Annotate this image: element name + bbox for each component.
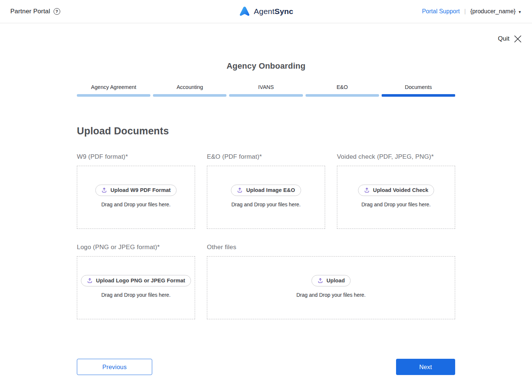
help-icon[interactable]: ? — [54, 8, 60, 15]
close-icon[interactable] — [514, 35, 522, 43]
header-divider: | — [464, 8, 466, 15]
chevron-down-icon: ▼ — [518, 10, 522, 14]
upload-field-logo: Logo (PNG or JPEG format)* Upload Logo P… — [77, 244, 195, 319]
upload-logo-button[interactable]: Upload Logo PNG or JPEG Format — [81, 275, 191, 286]
agentsync-logo: AgentSync — [239, 6, 293, 17]
top-bar: Partner Portal ? AgentSync Portal Suppor… — [0, 0, 532, 23]
upload-other-files-button[interactable]: Upload — [311, 275, 351, 286]
upload-field-w9: W9 (PDF format)* Upload W9 PDF Format Dr… — [77, 153, 195, 229]
drop-hint: Drag and Drop your files here. — [231, 202, 301, 207]
previous-button[interactable]: Previous — [77, 359, 152, 375]
upload-field-voided-check: Voided check (PDF, JPEG, PNG)* Upload Vo… — [337, 153, 455, 229]
agentsync-logo-text: AgentSync — [254, 7, 293, 16]
upload-w9-button[interactable]: Upload W9 PDF Format — [95, 185, 177, 196]
main-content: Agency Onboarding Agency Agreement Accou… — [77, 61, 455, 390]
eo-dropzone[interactable]: Upload Image E&O Drag and Drop your file… — [207, 166, 325, 229]
upload-icon — [237, 187, 243, 193]
step-bar — [77, 94, 150, 97]
producer-name-menu[interactable]: {producer_name} ▼ — [470, 8, 522, 15]
upload-row-1: W9 (PDF format)* Upload W9 PDF Format Dr… — [77, 153, 455, 229]
step-documents[interactable]: Documents — [382, 84, 455, 97]
field-label: Other files — [207, 244, 455, 251]
portal-support-link[interactable]: Portal Support — [422, 8, 460, 15]
upload-voided-check-button[interactable]: Upload Voided Check — [358, 185, 434, 196]
w9-dropzone[interactable]: Upload W9 PDF Format Drag and Drop your … — [77, 166, 195, 229]
voided-check-dropzone[interactable]: Upload Voided Check Drag and Drop your f… — [337, 166, 455, 229]
step-bar — [229, 94, 303, 97]
quit-row: Quit — [0, 23, 532, 44]
step-ivans[interactable]: IVANS — [229, 84, 303, 97]
agentsync-logo-icon — [239, 6, 250, 17]
step-accounting[interactable]: Accounting — [153, 84, 226, 97]
drop-hint: Drag and Drop your files here. — [361, 202, 431, 207]
step-bar-active — [382, 94, 455, 97]
step-agency-agreement[interactable]: Agency Agreement — [77, 84, 150, 97]
field-label: Voided check (PDF, JPEG, PNG)* — [337, 153, 455, 161]
app-title: Partner Portal — [10, 8, 50, 15]
next-button[interactable]: Next — [396, 359, 455, 375]
footer-nav: Previous Next — [77, 359, 455, 390]
field-label: E&O (PDF format)* — [207, 153, 325, 161]
upload-field-eo: E&O (PDF format)* Upload Image E&O Drag … — [207, 153, 325, 229]
step-eo[interactable]: E&O — [306, 84, 379, 97]
upload-icon — [87, 278, 93, 283]
other-files-dropzone[interactable]: Upload Drag and Drop your files here. — [207, 256, 455, 319]
upload-field-other-files: Other files Upload Drag and Drop your fi… — [207, 244, 455, 319]
logo-dropzone[interactable]: Upload Logo PNG or JPEG Format Drag and … — [77, 256, 195, 319]
section-title: Upload Documents — [77, 125, 455, 137]
wizard-steps: Agency Agreement Accounting IVANS E&O Do… — [77, 84, 455, 97]
field-label: W9 (PDF format)* — [77, 153, 195, 161]
step-bar — [153, 94, 226, 97]
upload-row-2: Logo (PNG or JPEG format)* Upload Logo P… — [77, 244, 455, 319]
upload-icon — [364, 187, 370, 193]
drop-hint: Drag and Drop your files here. — [101, 202, 171, 207]
app-title-group: Partner Portal ? — [10, 8, 60, 15]
drop-hint: Drag and Drop your files here. — [101, 292, 171, 298]
drop-hint: Drag and Drop your files here. — [296, 292, 366, 298]
step-bar — [306, 94, 379, 97]
upload-eo-button[interactable]: Upload Image E&O — [231, 185, 301, 196]
page-title: Agency Onboarding — [77, 61, 455, 71]
upload-icon — [101, 187, 107, 193]
header-right: Portal Support | {producer_name} ▼ — [422, 8, 522, 15]
upload-icon — [317, 278, 323, 283]
field-label: Logo (PNG or JPEG format)* — [77, 244, 195, 251]
quit-button[interactable]: Quit — [498, 35, 509, 42]
